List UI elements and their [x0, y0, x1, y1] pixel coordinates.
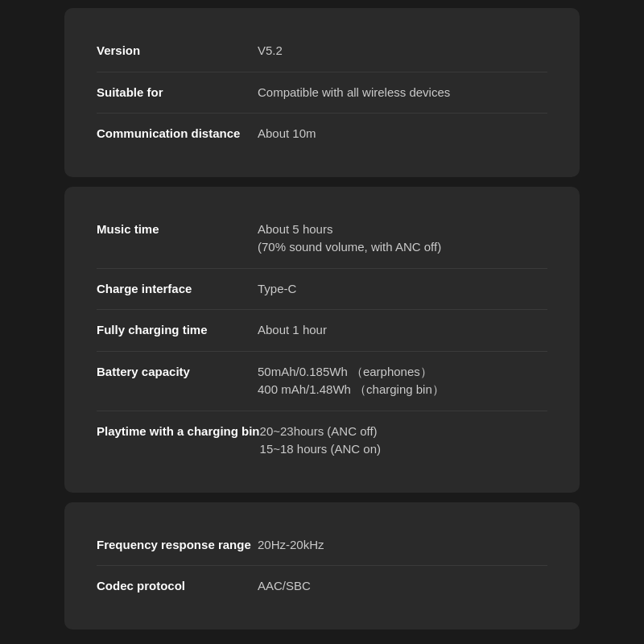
spec-row: Battery capacity50mAh/0.185Wh （earphones…: [97, 352, 547, 411]
spec-row: Music timeAbout 5 hours(70% sound volume…: [97, 209, 547, 269]
spec-value-line: V5.2: [258, 42, 547, 60]
spec-value-line: Compatible with all wireless devices: [258, 84, 547, 102]
spec-value: AAC/SBC: [258, 577, 547, 596]
spec-value-line: 400 mAh/1.48Wh （charging bin）: [258, 381, 547, 399]
spec-value-line: AAC/SBC: [258, 577, 547, 596]
spec-label: Fully charging time: [97, 321, 258, 338]
spec-value-line: About 1 hour: [258, 321, 547, 340]
spec-value: 50mAh/0.185Wh （earphones）400 mAh/1.48Wh …: [258, 363, 547, 399]
spec-value-line: About 10m: [258, 125, 547, 143]
spec-label: Charge interface: [97, 280, 258, 297]
spec-label: Codec protocol: [97, 577, 258, 594]
spec-value-line: (70% sound volume, with ANC off): [258, 238, 547, 257]
spec-label: Battery capacity: [97, 363, 258, 380]
spec-label: Playtime with a charging bin: [97, 423, 260, 440]
spec-value-line: 20Hz-20kHz: [258, 536, 547, 555]
spec-card-2: Music timeAbout 5 hours(70% sound volume…: [64, 187, 580, 493]
spec-label: Version: [97, 42, 258, 59]
spec-row: Communication distanceAbout 10m: [97, 114, 547, 155]
spec-value: 20Hz-20kHz: [258, 536, 547, 555]
spec-label: Communication distance: [97, 125, 258, 142]
spec-value: About 1 hour: [258, 321, 547, 340]
spec-value: Type-C: [258, 280, 547, 299]
spec-row: Suitable forCompatible with all wireless…: [97, 72, 547, 114]
page-wrapper: VersionV5.2Suitable forCompatible with a…: [0, 0, 644, 644]
spec-value-line: About 5 hours: [258, 221, 547, 239]
spec-row: Frequency response range20Hz-20kHz: [97, 525, 547, 567]
spec-card-3: Frequency response range20Hz-20kHzCodec …: [64, 502, 580, 630]
spec-row: Playtime with a charging bin20~23hours (…: [97, 411, 547, 470]
spec-label: Suitable for: [97, 84, 258, 101]
spec-value-line: 50mAh/0.185Wh （earphones）: [258, 363, 547, 382]
spec-value: About 5 hours(70% sound volume, with ANC…: [258, 221, 547, 257]
spec-value: 20~23hours (ANC off)15~18 hours (ANC on): [260, 423, 547, 459]
spec-value: V5.2: [258, 42, 547, 60]
spec-label: Frequency response range: [97, 536, 258, 553]
spec-card-1: VersionV5.2Suitable forCompatible with a…: [64, 8, 580, 177]
spec-value: About 10m: [258, 125, 547, 143]
spec-row: Fully charging timeAbout 1 hour: [97, 310, 547, 352]
spec-value: Compatible with all wireless devices: [258, 84, 547, 102]
spec-value-line: 20~23hours (ANC off): [260, 423, 547, 441]
spec-value-line: Type-C: [258, 280, 547, 299]
spec-row: VersionV5.2: [97, 31, 547, 72]
spec-row: Charge interfaceType-C: [97, 269, 547, 311]
spec-row: Codec protocolAAC/SBC: [97, 566, 547, 607]
spec-value-line: 15~18 hours (ANC on): [260, 440, 547, 459]
spec-label: Music time: [97, 221, 258, 237]
